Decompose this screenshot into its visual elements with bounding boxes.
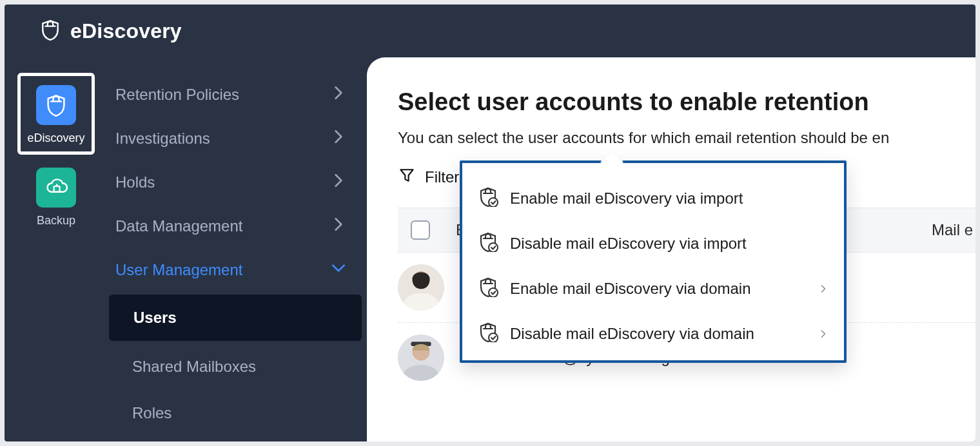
dropdown-list: Enable mail eDiscovery via import Disabl… (469, 176, 838, 356)
nav-label: Holds (115, 173, 155, 191)
app-title: eDiscovery (70, 19, 182, 43)
avatar (398, 334, 444, 381)
shield-check-icon (478, 231, 498, 256)
topbar: eDiscovery (5, 5, 975, 57)
nav-sub-label: Users (133, 309, 177, 327)
rail-label: Backup (37, 214, 75, 228)
rail-label: eDiscovery (27, 131, 84, 145)
nav-label: Data Management (115, 217, 242, 235)
col-mail-header: Mail e (932, 221, 975, 239)
chevron-right-icon (818, 325, 828, 343)
icon-rail: eDiscovery Backup (5, 57, 108, 441)
dropdown-item-disable-domain[interactable]: Disable mail eDiscovery via domain (469, 311, 838, 356)
rail-item-ediscovery[interactable]: eDiscovery (17, 73, 94, 155)
page-subtitle: You can select the user accounts for whi… (398, 129, 975, 147)
filter-icon (398, 166, 416, 188)
body-row: eDiscovery Backup Retention Policies Inv… (5, 57, 975, 441)
page-title: Select user accounts to enable retention (398, 88, 975, 116)
chevron-right-icon (329, 171, 348, 193)
nav-sub-users[interactable]: Users (109, 295, 362, 341)
dropdown-item-label: Enable mail eDiscovery via domain (510, 280, 751, 298)
nav-investigations[interactable]: Investigations (108, 117, 367, 160)
filter-button[interactable]: Filter (398, 166, 459, 188)
nav-user-management[interactable]: User Management (108, 248, 367, 292)
nav-sub-roles[interactable]: Roles (108, 390, 367, 436)
chevron-right-icon (329, 215, 348, 237)
chevron-right-icon (818, 280, 828, 298)
nav-retention-policies[interactable]: Retention Policies (108, 73, 367, 117)
chevron-right-icon (329, 128, 348, 150)
dropdown-item-label: Disable mail eDiscovery via import (510, 235, 747, 253)
dropdown-item-label: Disable mail eDiscovery via domain (510, 325, 754, 343)
nav-label: Investigations (115, 130, 210, 148)
nav-sub-label: Roles (132, 404, 172, 422)
shield-check-icon (478, 322, 498, 346)
shield-icon (36, 85, 76, 125)
nav-data-management[interactable]: Data Management (108, 204, 367, 248)
main-panel: Select user accounts to enable retention… (367, 57, 975, 441)
dropdown-item-enable-import[interactable]: Enable mail eDiscovery via import (469, 176, 838, 221)
chevron-right-icon (329, 84, 348, 106)
nav-label: Retention Policies (115, 86, 239, 104)
dropdown-item-label: Enable mail eDiscovery via import (510, 189, 743, 208)
cloud-icon (36, 168, 76, 208)
app-frame: eDiscovery eDiscovery Backup Retention P… (5, 5, 975, 441)
app-logo: eDiscovery (39, 17, 182, 44)
dropdown-item-disable-import[interactable]: Disable mail eDiscovery via import (469, 221, 838, 266)
select-all-checkbox[interactable] (411, 220, 430, 240)
shield-icon (39, 17, 61, 44)
shield-check-icon (478, 276, 498, 301)
dropdown-item-enable-domain[interactable]: Enable mail eDiscovery via domain (469, 266, 838, 311)
filter-label: Filter (425, 168, 459, 186)
shield-check-icon (478, 186, 498, 211)
modify-status-dropdown: Enable mail eDiscovery via import Disabl… (460, 160, 847, 363)
rail-item-backup[interactable]: Backup (36, 168, 76, 228)
nav-sub-shared-mailboxes[interactable]: Shared Mailboxes (108, 344, 367, 390)
avatar (398, 264, 444, 311)
nav-holds[interactable]: Holds (108, 160, 367, 204)
nav-label: User Management (115, 261, 242, 279)
side-nav: Retention Policies Investigations Holds … (108, 57, 367, 441)
chevron-down-icon (329, 259, 348, 281)
nav-sub-label: Shared Mailboxes (132, 358, 256, 376)
